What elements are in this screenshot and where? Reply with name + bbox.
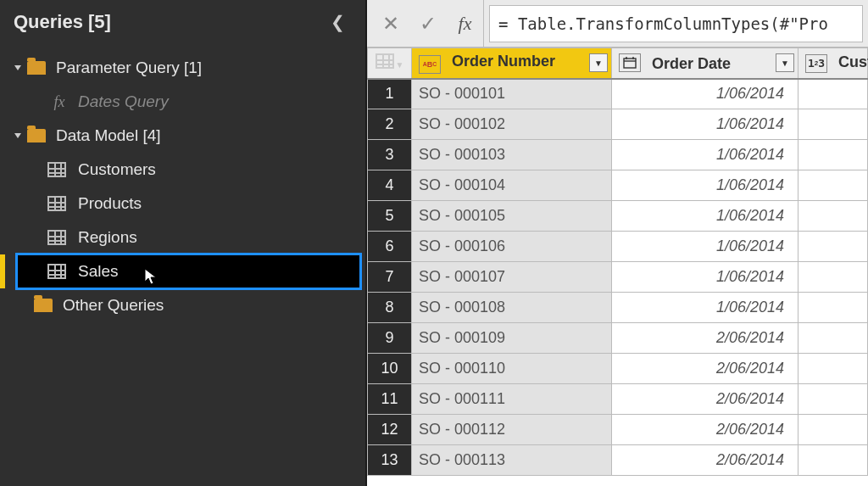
collapse-sidebar-button[interactable]: ❮ <box>324 8 352 36</box>
filter-dropdown-button[interactable]: ▼ <box>776 53 794 72</box>
cell-order-date[interactable]: 2/06/2014 <box>612 445 798 476</box>
table-row[interactable]: 4SO - 0001041/06/2014 <box>368 170 868 201</box>
cell-customer[interactable] <box>798 415 868 445</box>
cell-order-date[interactable]: 1/06/2014 <box>612 201 798 232</box>
table-row[interactable]: 13SO - 0001132/06/2014 <box>368 445 868 476</box>
folder-other-queries[interactable]: Other Queries <box>0 288 365 322</box>
column-header-order-number[interactable]: ABC Order Number ▼ <box>412 48 612 79</box>
row-index-cell[interactable]: 7 <box>368 262 412 293</box>
folder-parameter-query[interactable]: Parameter Query [1] <box>0 51 365 85</box>
table-row[interactable]: 5SO - 0001051/06/2014 <box>368 201 868 232</box>
folder-icon <box>34 299 53 312</box>
accept-formula-button[interactable]: ✓ <box>409 5 447 42</box>
cell-order-date[interactable]: 1/06/2014 <box>612 293 798 323</box>
cell-customer[interactable] <box>798 170 868 201</box>
row-index-cell[interactable]: 3 <box>368 140 412 170</box>
row-index-cell[interactable]: 5 <box>368 201 412 232</box>
row-index-cell[interactable]: 11 <box>368 384 412 415</box>
cell-customer[interactable] <box>798 384 868 415</box>
queries-tree: Parameter Query [1] fx Dates Query Data … <box>0 47 365 322</box>
cell-order-date[interactable]: 1/06/2014 <box>612 232 798 262</box>
cell-customer[interactable] <box>798 293 868 323</box>
text-type-icon: ABC <box>419 55 441 74</box>
data-table-body: 1SO - 0001011/06/20142SO - 0001021/06/20… <box>368 79 868 476</box>
row-index-cell[interactable]: 4 <box>368 170 412 201</box>
column-header-order-date[interactable]: Order Date ▼ <box>612 48 798 79</box>
table-row[interactable]: 12SO - 0001122/06/2014 <box>368 415 868 445</box>
caret-icon <box>14 65 21 70</box>
cell-order-date[interactable]: 2/06/2014 <box>612 415 798 445</box>
cell-customer[interactable] <box>798 323 868 354</box>
table-row[interactable]: 10SO - 0001102/06/2014 <box>368 354 868 384</box>
row-index-cell[interactable]: 1 <box>368 79 412 109</box>
data-table-container: ▼ ABC Order Number ▼ Order Date ▼ <box>367 47 868 486</box>
cell-customer[interactable] <box>798 445 868 476</box>
cell-order-date[interactable]: 1/06/2014 <box>612 170 798 201</box>
sidebar-header: Queries [5] ❮ <box>0 0 365 47</box>
cell-customer[interactable] <box>798 79 868 109</box>
cell-order-number[interactable]: SO - 000105 <box>412 201 612 232</box>
query-dates-query[interactable]: fx Dates Query <box>0 85 365 119</box>
query-regions[interactable]: Regions <box>0 221 365 254</box>
cell-order-number[interactable]: SO - 000111 <box>412 384 612 415</box>
filter-dropdown-button[interactable]: ▼ <box>589 53 608 72</box>
row-index-cell[interactable]: 6 <box>368 232 412 262</box>
query-label: Products <box>78 194 142 213</box>
folder-data-model[interactable]: Data Model [4] <box>0 119 365 153</box>
cell-customer[interactable] <box>798 262 868 293</box>
cell-customer[interactable] <box>798 201 868 232</box>
cell-order-number[interactable]: SO - 000104 <box>412 170 612 201</box>
cell-customer[interactable] <box>798 232 868 262</box>
table-row[interactable]: 9SO - 0001092/06/2014 <box>368 323 868 354</box>
cell-order-number[interactable]: SO - 000101 <box>412 79 612 109</box>
select-all-cell[interactable]: ▼ <box>368 48 412 79</box>
cancel-formula-button[interactable]: ✕ <box>372 5 409 42</box>
cell-order-number[interactable]: SO - 000109 <box>412 323 612 354</box>
cell-order-date[interactable]: 1/06/2014 <box>612 140 798 170</box>
cell-customer[interactable] <box>798 354 868 384</box>
row-index-cell[interactable]: 12 <box>368 415 412 445</box>
cell-order-number[interactable]: SO - 000107 <box>412 262 612 293</box>
chevron-down-icon: ▼ <box>396 60 404 70</box>
cell-order-date[interactable]: 2/06/2014 <box>612 354 798 384</box>
row-index-cell[interactable]: 13 <box>368 445 412 476</box>
cell-customer[interactable] <box>798 140 868 170</box>
cell-order-date[interactable]: 1/06/2014 <box>612 109 798 140</box>
query-sales[interactable]: Sales <box>17 254 360 288</box>
column-label: Custome <box>838 53 868 70</box>
table-row[interactable]: 11SO - 0001112/06/2014 <box>368 384 868 415</box>
column-header-customer[interactable]: 123 Custome <box>798 48 868 79</box>
row-index-cell[interactable]: 2 <box>368 109 412 140</box>
cell-order-date[interactable]: 2/06/2014 <box>612 384 798 415</box>
table-row[interactable]: 6SO - 0001061/06/2014 <box>368 232 868 262</box>
formula-input[interactable]: = Table.TransformColumnTypes(#"Pro <box>489 5 863 42</box>
cell-order-number[interactable]: SO - 000106 <box>412 232 612 262</box>
cell-order-number[interactable]: SO - 000112 <box>412 415 612 445</box>
cell-order-date[interactable]: 2/06/2014 <box>612 323 798 354</box>
cell-order-number[interactable]: SO - 000102 <box>412 109 612 140</box>
query-customers[interactable]: Customers <box>0 153 365 187</box>
cell-order-number[interactable]: SO - 000103 <box>412 140 612 170</box>
row-index-cell[interactable]: 8 <box>368 293 412 323</box>
folder-label: Parameter Query [1] <box>56 59 202 77</box>
cell-order-date[interactable]: 1/06/2014 <box>612 262 798 293</box>
cell-order-date[interactable]: 1/06/2014 <box>612 79 798 109</box>
table-row[interactable]: 7SO - 0001071/06/2014 <box>368 262 868 293</box>
table-row[interactable]: 3SO - 0001031/06/2014 <box>368 140 868 170</box>
table-row[interactable]: 1SO - 0001011/06/2014 <box>368 79 868 109</box>
cell-customer[interactable] <box>798 109 868 140</box>
table-icon <box>47 230 66 245</box>
query-products[interactable]: Products <box>0 187 365 221</box>
main-panel: ✕ ✓ fx = Table.TransformColumnTypes(#"Pr… <box>367 0 868 486</box>
column-label: Order Number <box>452 53 555 70</box>
cell-order-number[interactable]: SO - 000110 <box>412 354 612 384</box>
sidebar-title: Queries [5] <box>14 11 111 33</box>
row-index-cell[interactable]: 9 <box>368 323 412 354</box>
cell-order-number[interactable]: SO - 000113 <box>412 445 612 476</box>
table-row[interactable]: 8SO - 0001081/06/2014 <box>368 293 868 323</box>
queries-sidebar: Queries [5] ❮ Parameter Query [1] fx Dat… <box>0 0 367 486</box>
cell-order-number[interactable]: SO - 000108 <box>412 293 612 323</box>
table-row[interactable]: 2SO - 0001021/06/2014 <box>368 109 868 140</box>
query-label: Sales <box>78 262 119 281</box>
row-index-cell[interactable]: 10 <box>368 354 412 384</box>
